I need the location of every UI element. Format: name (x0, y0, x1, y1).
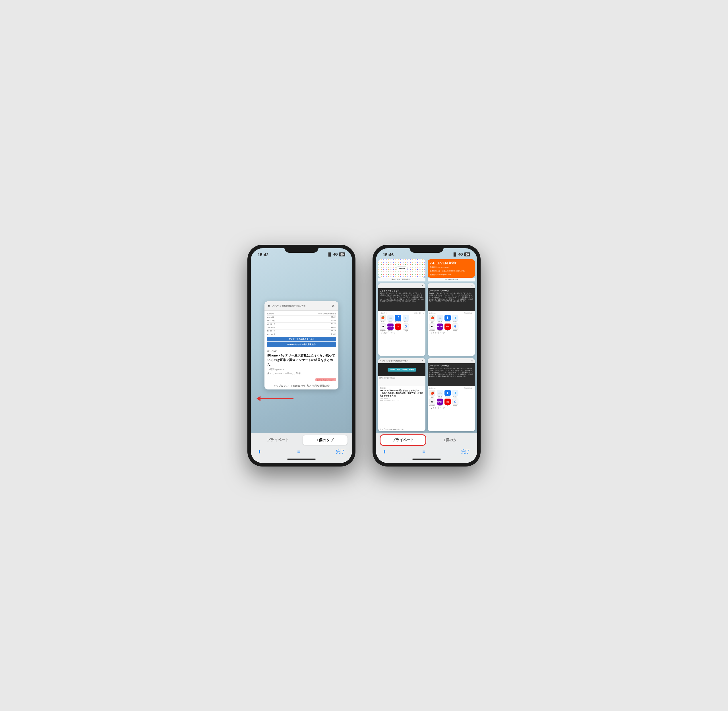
apple-label-2: Apple (431, 321, 434, 323)
wiki-label-1: Wikipedia (380, 330, 385, 332)
wiki-icon-2: W (429, 323, 436, 330)
list-button-1[interactable]: ≡ (297, 449, 300, 455)
apple-icon-2: 🍎 (429, 315, 436, 321)
fav-du-3[interactable]: du du (444, 398, 451, 407)
fav-row-1: 🍎 Apple ☁️ iCloud f Facebook (380, 315, 424, 323)
fav-google-2[interactable]: G Google (452, 323, 458, 332)
fav-icloud-3[interactable]: ☁️ iCloud (437, 390, 443, 398)
apple-label-1: Apple (381, 321, 384, 323)
apple-label-3: Apple (431, 396, 434, 398)
display-link[interactable]: 表示されない場合？ (315, 378, 336, 381)
fav-yahoo-2[interactable]: yahoo! yahoo! (437, 323, 443, 332)
fav-yahoo-3[interactable]: yahoo! yahoo! (437, 398, 443, 407)
article-close[interactable]: ✕ (421, 359, 424, 362)
private-tab-btn-1[interactable]: プライベート (255, 435, 300, 445)
show-less-2[interactable]: 表示を減らす∨ (464, 312, 474, 314)
home-indicator-1 (287, 459, 316, 460)
private-close-1[interactable]: ✕ (421, 284, 424, 287)
mini-tab-header-3: ≡ アップルシ便利な機能紹介の使い方と ✕ (378, 358, 425, 363)
signal-icon-1: ▐▌ (327, 252, 332, 257)
start-page-1[interactable]: ★ スタートページ (380, 332, 424, 335)
du-icon-1: du (395, 323, 401, 330)
tab-card-area: ≡ アップルシ便利な機能紹介の使い方と ✕ 使用期間 バッテリー最大容量残存 0 (251, 258, 352, 433)
show-less-1[interactable]: 表示を減らす∨ (414, 312, 424, 314)
fav-yahoo-1[interactable]: yahoo! yahoo! (387, 323, 394, 332)
start-page-3[interactable]: ★ スタートページ (429, 407, 474, 410)
tab-card-content: 使用期間 バッテリー最大容量残存 0〜6ヶ月95.3% 7〜12ヶ月90.8% … (264, 311, 338, 383)
fav-facebook-3[interactable]: f Facebook (444, 390, 451, 398)
highlight-bar: アンケートの結果をまとめた (267, 337, 336, 341)
phone2: 15:46 ▐▌ 4G 80 START 圏内人集合！測测你是什… (372, 245, 481, 466)
fav-twitter-1[interactable]: T Twitter (403, 315, 409, 323)
fav-icloud-1[interactable]: ☁️ iCloud (387, 315, 394, 323)
fav-wiki-3[interactable]: W Wikipedia (429, 398, 436, 407)
mini-tab-header-4: ✕ (428, 358, 475, 363)
fav-facebook-2[interactable]: f Facebook (444, 315, 451, 323)
fav-google-1[interactable]: G Google (403, 323, 409, 332)
fav-twitter-2[interactable]: T Twitter (452, 315, 458, 323)
yahoo-icon-2: yahoo! (437, 323, 443, 330)
private-close-3[interactable]: ✕ (471, 359, 473, 362)
fav-facebook-1[interactable]: f Facebook (395, 315, 401, 323)
fav-apple-3[interactable]: 🍎 Apple (429, 390, 436, 398)
show-less-3[interactable]: 表示を減らす∨ (464, 387, 474, 389)
battery-1: 80 (339, 252, 345, 257)
yahoo-icon-3: yahoo! (437, 398, 443, 405)
twitter-icon-3: T (452, 390, 458, 396)
apple-icon-3: 🍎 (429, 390, 436, 396)
private-body-1: Safariは、デフォルトでトラッキングを防止することでプライバシーに配慮した設… (380, 292, 424, 302)
fav-row-2: W Wikipedia yahoo! yahoo! du du (380, 323, 424, 332)
list-button-2[interactable]: ≡ (422, 449, 425, 455)
start-page-2[interactable]: ★ スタートページ (429, 332, 474, 335)
private-title-3: プライベートブラウズ (429, 364, 474, 367)
phone1-screen: 15:42 ▐▌ 4G 80 ≡ アップルシ便利な機能紹介の使い方と ✕ (251, 248, 352, 463)
time-2: 15:46 (383, 252, 394, 257)
private-close-2[interactable]: ✕ (471, 284, 473, 287)
icloud-icon-2: ☁️ (437, 315, 443, 321)
fav-wiki-2[interactable]: W Wikipedia (429, 323, 436, 332)
done-button-1[interactable]: 完了 (336, 449, 345, 455)
fav-apple-1[interactable]: 🍎 Apple (380, 315, 386, 323)
fav-row-3: 🍎 Apple ☁️ iCloud f Facebook (429, 315, 474, 323)
fav-du-1[interactable]: du du (395, 323, 401, 332)
wiki-icon-3: W (429, 398, 436, 405)
icloud-label-1: iCloud (389, 321, 393, 323)
mini-tab-private2[interactable]: ✕ プライベートブラウズ Safariは、デフォルトでトラッキングを防止すること… (428, 283, 475, 356)
favorites-section-1: お気に入り 表示を減らす∨ 🍎 Apple ☁️ iCloud (378, 311, 425, 336)
private-tab-btn-2[interactable]: プライベート (381, 435, 425, 445)
promo-dots-card[interactable]: START (378, 259, 425, 278)
private-title-1: プライベートブラウズ (380, 289, 424, 292)
fav-wiki-1[interactable]: W Wikipedia (380, 323, 386, 332)
promo-left-label: 圏内人集合！測测你是什… (378, 278, 425, 282)
private-preview-2: プライベートブラウズ Safariは、デフォルトでトラッキングを防止することでプ… (428, 288, 475, 311)
table-row-3: 13〜18ヶ月87.4% (267, 323, 336, 326)
google-icon-3: G (452, 398, 458, 405)
add-tab-button-1[interactable]: + (258, 448, 261, 456)
mini-tab-private1[interactable]: ✕ プライベートブラウズ Safariは、デフォルトでトラッキングを防止すること… (378, 283, 425, 356)
fav-apple-2[interactable]: 🍎 Apple (429, 315, 436, 323)
add-tab-button-2[interactable]: + (383, 448, 387, 456)
yahoo-label-3: yahoo! (438, 405, 442, 407)
mini-tab-private3[interactable]: ✕ プライベートブラウズ Safariは、デフォルトでトラッキングを防止すること… (428, 358, 475, 431)
fav-icloud-2[interactable]: ☁️ iCloud (437, 315, 443, 323)
google-label-3: Google (453, 405, 458, 407)
mini-tab-article[interactable]: ≡ アップルシ便利な機能紹介の使い方と ✕ iPhone「画面との距離」新機能 … (378, 358, 425, 431)
promo-711-card[interactable]: 7-ELEVEN 貨貨便_ 客服電話：(02)2721-4234 服務時間：週一… (428, 259, 475, 278)
tab-card-1[interactable]: ≡ アップルシ便利な機能紹介の使い方と ✕ 使用期間 バッテリー最大容量残存 0 (264, 301, 338, 389)
count-tab-btn-2[interactable]: 1個のタ (428, 435, 473, 445)
done-button-2[interactable]: 完了 (461, 449, 470, 455)
start-badge: START (396, 267, 408, 270)
twitter-icon-2: T (452, 315, 458, 321)
count-tab-btn-1[interactable]: 1個のタブ (303, 435, 347, 445)
fav-du-2[interactable]: du du (444, 323, 451, 332)
711-inner: 7-ELEVEN 貨貨便_ 客服電話：(02)2721-4234 服務時間：週一… (428, 259, 475, 278)
fav-row-5: 🍎 Apple ☁️ iCloud f Facebook (429, 390, 474, 398)
tab-close-button[interactable]: ✕ (332, 304, 335, 308)
du-label-2: du (447, 330, 448, 332)
fav-google-3[interactable]: G Google (452, 398, 458, 407)
icloud-label-2: iCloud (438, 321, 442, 323)
article-feature-badge: iPhone「画面との距離」新機能 (388, 368, 416, 372)
red-arrow (259, 398, 294, 399)
fav-twitter-3[interactable]: T Twitter (452, 390, 458, 398)
article-dark-header: iPhone「画面との距離」新機能 (378, 363, 425, 376)
